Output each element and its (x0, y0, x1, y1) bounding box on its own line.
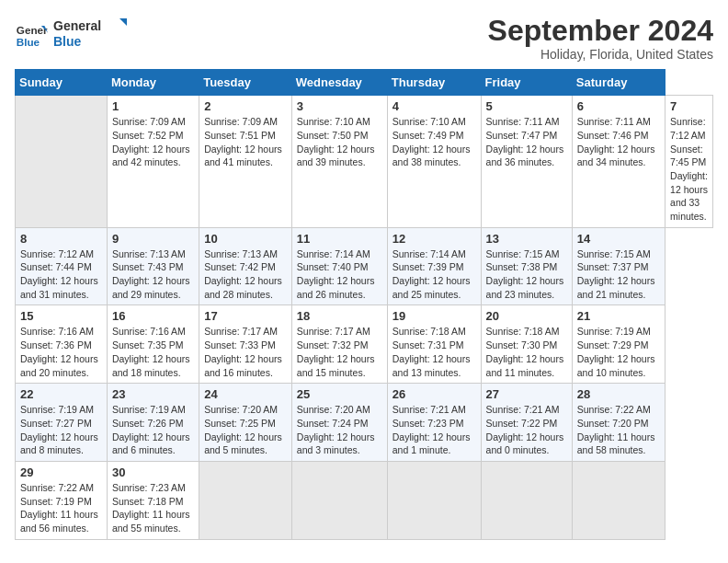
calendar-day-28: 28 Sunrise: 7:22 AM Sunset: 7:20 PM Dayl… (572, 384, 665, 462)
day-info: Sunrise: 7:17 AM Sunset: 7:32 PM Dayligh… (297, 325, 382, 379)
calendar-day-25: 25 Sunrise: 7:20 AM Sunset: 7:24 PM Dayl… (291, 384, 387, 462)
day-info: Sunrise: 7:10 AM Sunset: 7:49 PM Dayligh… (392, 115, 476, 169)
empty-cell (16, 96, 108, 228)
calendar-day-1: 1 Sunrise: 7:09 AM Sunset: 7:52 PM Dayli… (107, 96, 199, 228)
day-info: Sunrise: 7:17 AM Sunset: 7:33 PM Dayligh… (204, 325, 287, 379)
day-number: 9 (112, 232, 194, 246)
day-number: 7 (670, 99, 708, 113)
day-number: 23 (112, 387, 194, 401)
empty-cell (291, 461, 387, 539)
calendar-day-19: 19 Sunrise: 7:18 AM Sunset: 7:31 PM Dayl… (387, 305, 481, 384)
day-number: 10 (204, 232, 287, 246)
day-number: 2 (204, 99, 287, 113)
day-header-sunday: Sunday (16, 70, 108, 96)
day-number: 30 (112, 465, 194, 479)
day-number: 13 (486, 232, 567, 246)
calendar-day-23: 23 Sunrise: 7:19 AM Sunset: 7:26 PM Dayl… (107, 384, 199, 462)
calendar-day-5: 5 Sunrise: 7:11 AM Sunset: 7:47 PM Dayli… (481, 96, 572, 228)
day-header-wednesday: Wednesday (291, 70, 387, 96)
page-title: September 2024 (488, 15, 713, 47)
day-number: 1 (112, 99, 194, 113)
day-number: 16 (112, 309, 194, 323)
calendar-day-21: 21 Sunrise: 7:19 AM Sunset: 7:29 PM Dayl… (572, 305, 665, 384)
empty-cell (572, 461, 665, 539)
day-number: 15 (20, 309, 102, 323)
calendar-day-3: 3 Sunrise: 7:10 AM Sunset: 7:50 PM Dayli… (291, 96, 387, 228)
day-header-friday: Friday (481, 70, 572, 96)
day-info: Sunrise: 7:10 AM Sunset: 7:50 PM Dayligh… (297, 115, 382, 169)
day-info: Sunrise: 7:19 AM Sunset: 7:26 PM Dayligh… (112, 403, 194, 457)
calendar-week-3: 15 Sunrise: 7:16 AM Sunset: 7:36 PM Dayl… (16, 305, 713, 384)
day-number: 25 (297, 387, 382, 401)
day-info: Sunrise: 7:23 AM Sunset: 7:18 PM Dayligh… (112, 481, 194, 535)
calendar-day-30: 30 Sunrise: 7:23 AM Sunset: 7:18 PM Dayl… (107, 461, 199, 539)
calendar-day-14: 14 Sunrise: 7:15 AM Sunset: 7:37 PM Dayl… (572, 227, 665, 305)
page-subtitle: Holiday, Florida, United States (488, 47, 713, 62)
day-number: 19 (392, 309, 476, 323)
day-number: 28 (577, 387, 660, 401)
day-number: 18 (297, 309, 382, 323)
calendar-day-15: 15 Sunrise: 7:16 AM Sunset: 7:36 PM Dayl… (16, 305, 108, 384)
day-number: 4 (392, 99, 476, 113)
svg-marker-5 (119, 18, 127, 28)
day-number: 11 (297, 232, 382, 246)
calendar-day-20: 20 Sunrise: 7:18 AM Sunset: 7:30 PM Dayl… (481, 305, 572, 384)
day-info: Sunrise: 7:11 AM Sunset: 7:47 PM Dayligh… (486, 115, 567, 169)
day-info: Sunrise: 7:11 AM Sunset: 7:46 PM Dayligh… (577, 115, 660, 169)
day-info: Sunrise: 7:13 AM Sunset: 7:42 PM Dayligh… (204, 247, 287, 302)
day-info: Sunrise: 7:16 AM Sunset: 7:36 PM Dayligh… (20, 325, 102, 379)
day-info: Sunrise: 7:12 AM Sunset: 7:45 PM Dayligh… (670, 115, 708, 224)
calendar-day-6: 6 Sunrise: 7:11 AM Sunset: 7:46 PM Dayli… (572, 96, 665, 228)
calendar-day-27: 27 Sunrise: 7:21 AM Sunset: 7:22 PM Dayl… (481, 384, 572, 462)
calendar-table: SundayMondayTuesdayWednesdayThursdayFrid… (15, 69, 713, 540)
day-info: Sunrise: 7:13 AM Sunset: 7:43 PM Dayligh… (112, 247, 194, 302)
day-info: Sunrise: 7:14 AM Sunset: 7:39 PM Dayligh… (392, 247, 476, 302)
day-info: Sunrise: 7:19 AM Sunset: 7:29 PM Dayligh… (577, 325, 660, 379)
day-header-monday: Monday (107, 70, 199, 96)
day-number: 29 (20, 465, 102, 479)
day-info: Sunrise: 7:09 AM Sunset: 7:52 PM Dayligh… (112, 115, 194, 169)
day-number: 21 (577, 309, 660, 323)
day-info: Sunrise: 7:18 AM Sunset: 7:30 PM Dayligh… (486, 325, 567, 379)
day-info: Sunrise: 7:21 AM Sunset: 7:23 PM Dayligh… (392, 403, 476, 457)
calendar-day-2: 2 Sunrise: 7:09 AM Sunset: 7:51 PM Dayli… (199, 96, 292, 228)
day-info: Sunrise: 7:20 AM Sunset: 7:24 PM Dayligh… (297, 403, 382, 457)
day-info: Sunrise: 7:09 AM Sunset: 7:51 PM Dayligh… (204, 115, 287, 169)
calendar-day-11: 11 Sunrise: 7:14 AM Sunset: 7:40 PM Dayl… (291, 227, 387, 305)
empty-cell (199, 461, 292, 539)
calendar-day-22: 22 Sunrise: 7:19 AM Sunset: 7:27 PM Dayl… (16, 384, 108, 462)
title-area: September 2024 Holiday, Florida, United … (488, 15, 713, 62)
calendar-day-29: 29 Sunrise: 7:22 AM Sunset: 7:19 PM Dayl… (16, 461, 108, 539)
calendar-day-8: 8 Sunrise: 7:12 AM Sunset: 7:44 PM Dayli… (16, 227, 108, 305)
logo-svg: General Blue (53, 15, 127, 50)
day-number: 27 (486, 387, 567, 401)
calendar-week-2: 8 Sunrise: 7:12 AM Sunset: 7:44 PM Dayli… (16, 227, 713, 305)
calendar-week-5: 29 Sunrise: 7:22 AM Sunset: 7:19 PM Dayl… (16, 461, 713, 539)
day-number: 24 (204, 387, 287, 401)
calendar-day-12: 12 Sunrise: 7:14 AM Sunset: 7:39 PM Dayl… (387, 227, 481, 305)
calendar-day-26: 26 Sunrise: 7:21 AM Sunset: 7:23 PM Dayl… (387, 384, 481, 462)
day-number: 17 (204, 309, 287, 323)
day-number: 26 (392, 387, 476, 401)
day-number: 12 (392, 232, 476, 246)
calendar-day-10: 10 Sunrise: 7:13 AM Sunset: 7:42 PM Dayl… (199, 227, 292, 305)
day-number: 3 (297, 99, 382, 113)
day-info: Sunrise: 7:14 AM Sunset: 7:40 PM Dayligh… (297, 247, 382, 302)
empty-cell (387, 461, 481, 539)
day-number: 6 (577, 99, 660, 113)
day-info: Sunrise: 7:15 AM Sunset: 7:37 PM Dayligh… (577, 247, 660, 302)
day-header-tuesday: Tuesday (199, 70, 292, 96)
day-info: Sunrise: 7:21 AM Sunset: 7:22 PM Dayligh… (486, 403, 567, 457)
day-number: 20 (486, 309, 567, 323)
calendar-day-9: 9 Sunrise: 7:13 AM Sunset: 7:43 PM Dayli… (107, 227, 199, 305)
svg-text:Blue: Blue (17, 36, 40, 48)
day-number: 5 (486, 99, 567, 113)
calendar-day-13: 13 Sunrise: 7:15 AM Sunset: 7:38 PM Dayl… (481, 227, 572, 305)
day-info: Sunrise: 7:12 AM Sunset: 7:44 PM Dayligh… (20, 247, 102, 302)
calendar-week-4: 22 Sunrise: 7:19 AM Sunset: 7:27 PM Dayl… (16, 384, 713, 462)
day-info: Sunrise: 7:16 AM Sunset: 7:35 PM Dayligh… (112, 325, 194, 379)
svg-text:Blue: Blue (53, 34, 82, 49)
day-info: Sunrise: 7:19 AM Sunset: 7:27 PM Dayligh… (20, 403, 102, 457)
calendar-day-24: 24 Sunrise: 7:20 AM Sunset: 7:25 PM Dayl… (199, 384, 292, 462)
day-info: Sunrise: 7:22 AM Sunset: 7:19 PM Dayligh… (20, 481, 102, 535)
